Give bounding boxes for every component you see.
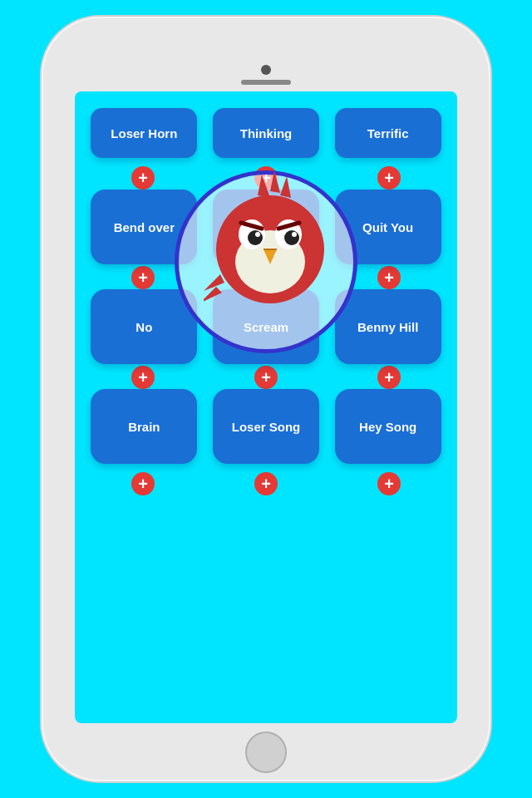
camera — [261, 65, 271, 75]
phone-top — [42, 17, 490, 91]
add-scream[interactable]: + — [254, 266, 278, 289]
row2-section: + + + Bend over Crickets Quit You — [81, 166, 451, 264]
add-benny-hill[interactable]: + — [377, 266, 401, 289]
hey-song-button[interactable]: Hey Song — [335, 389, 441, 464]
row3-buttons: No Scream Benny Hill — [81, 289, 451, 364]
row3-icons: + + + — [81, 266, 451, 289]
scream-button[interactable]: Scream — [213, 289, 319, 364]
home-button[interactable] — [245, 732, 287, 773]
add-loser-song[interactable]: + — [254, 366, 278, 389]
row4-section: + + + Brain Loser Song Hey Song — [81, 366, 451, 464]
benny-hill-button[interactable]: Benny Hill — [335, 289, 441, 364]
brain-button[interactable]: Brain — [91, 389, 197, 464]
screen-content: Loser Horn Thinking Terrific + + + — [75, 91, 457, 723]
loser-horn-button[interactable]: Loser Horn — [91, 108, 197, 158]
row2-buttons: Bend over Crickets Quit You — [81, 190, 451, 264]
bend-over-button[interactable]: Bend over — [91, 190, 197, 264]
speaker — [241, 80, 291, 85]
crickets-button[interactable]: Crickets — [213, 190, 319, 264]
no-button[interactable]: No — [91, 289, 197, 364]
thinking-button[interactable]: Thinking — [213, 108, 319, 158]
bottom-icons: + + + — [81, 472, 451, 495]
terrific-button[interactable]: Terrific — [335, 108, 441, 158]
add-quit-you[interactable]: + — [377, 166, 401, 190]
row2-icons: + + + — [81, 166, 451, 190]
add-bottom-left[interactable]: + — [131, 472, 155, 495]
row4-buttons: Brain Loser Song Hey Song — [81, 389, 451, 464]
add-bottom-center[interactable]: + — [254, 472, 278, 495]
quit-you-button[interactable]: Quit You — [335, 190, 441, 264]
loser-song-button[interactable]: Loser Song — [213, 389, 319, 464]
row3-section: + + + No Scream Benny Hill — [81, 266, 451, 364]
add-brain[interactable]: + — [131, 366, 155, 389]
add-bottom-right[interactable]: + — [377, 472, 401, 495]
add-no[interactable]: + — [131, 266, 155, 289]
add-hey-song[interactable]: + — [377, 366, 401, 389]
add-bend-over[interactable]: + — [131, 166, 155, 190]
phone-frame: Loser Horn Thinking Terrific + + + — [42, 17, 490, 781]
phone-bottom — [245, 723, 287, 781]
row4-icons: + + + — [81, 366, 451, 389]
add-crickets[interactable]: + — [254, 166, 278, 190]
top-row: Loser Horn Thinking Terrific — [81, 101, 451, 158]
phone-screen: Loser Horn Thinking Terrific + + + — [75, 91, 457, 723]
